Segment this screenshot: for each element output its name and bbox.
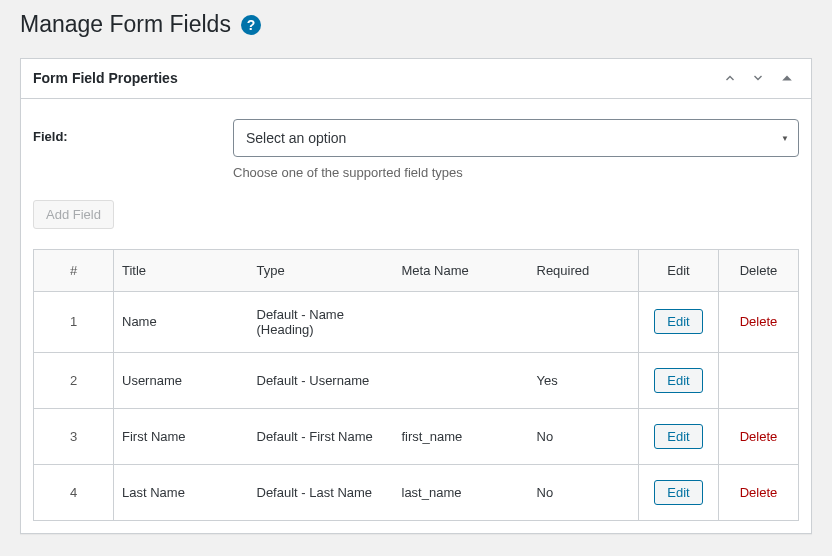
delete-link[interactable]: Delete	[740, 429, 778, 444]
table-header-row: # Title Type Meta Name Required Edit Del…	[34, 249, 799, 291]
cell-delete	[719, 352, 799, 408]
add-field-button: Add Field	[33, 200, 114, 229]
cell-type: Default - First Name	[249, 408, 394, 464]
move-down-button[interactable]	[747, 67, 769, 89]
th-meta: Meta Name	[394, 249, 529, 291]
panel-body: Field: Select an option ▼ Choose one of …	[21, 99, 811, 533]
edit-button[interactable]: Edit	[654, 424, 702, 449]
form-field-properties-panel: Form Field Properties Field:	[20, 58, 812, 534]
cell-edit: Edit	[639, 408, 719, 464]
delete-link[interactable]: Delete	[740, 314, 778, 329]
cell-delete: Delete	[719, 291, 799, 352]
field-type-description: Choose one of the supported field types	[233, 165, 799, 180]
cell-title: First Name	[114, 408, 249, 464]
cell-meta: first_name	[394, 408, 529, 464]
cell-meta	[394, 291, 529, 352]
table-row: 4Last NameDefault - Last Namelast_nameNo…	[34, 464, 799, 520]
cell-required: No	[529, 408, 639, 464]
move-up-button[interactable]	[719, 67, 741, 89]
field-type-select[interactable]: Select an option	[233, 119, 799, 157]
cell-delete: Delete	[719, 464, 799, 520]
fields-table: # Title Type Meta Name Required Edit Del…	[33, 249, 799, 521]
cell-edit: Edit	[639, 352, 719, 408]
panel-title: Form Field Properties	[33, 70, 178, 86]
th-title: Title	[114, 249, 249, 291]
th-edit: Edit	[639, 249, 719, 291]
cell-edit: Edit	[639, 291, 719, 352]
panel-handle-actions	[719, 66, 799, 90]
cell-index: 3	[34, 408, 114, 464]
panel-header: Form Field Properties	[21, 59, 811, 99]
help-icon[interactable]: ?	[241, 15, 261, 35]
cell-meta	[394, 352, 529, 408]
th-type: Type	[249, 249, 394, 291]
cell-index: 1	[34, 291, 114, 352]
table-row: 3First NameDefault - First Namefirst_nam…	[34, 408, 799, 464]
cell-index: 2	[34, 352, 114, 408]
cell-index: 4	[34, 464, 114, 520]
edit-button[interactable]: Edit	[654, 480, 702, 505]
cell-title: Name	[114, 291, 249, 352]
th-delete: Delete	[719, 249, 799, 291]
toggle-panel-button[interactable]	[775, 66, 799, 90]
cell-meta: last_name	[394, 464, 529, 520]
table-row: 2UsernameDefault - UsernameYesEdit	[34, 352, 799, 408]
cell-title: Username	[114, 352, 249, 408]
cell-title: Last Name	[114, 464, 249, 520]
field-type-row: Field: Select an option ▼ Choose one of …	[33, 119, 799, 180]
field-type-select-value: Select an option	[246, 130, 346, 146]
cell-delete: Delete	[719, 408, 799, 464]
cell-type: Default - Name (Heading)	[249, 291, 394, 352]
delete-link[interactable]: Delete	[740, 485, 778, 500]
table-row: 1NameDefault - Name (Heading)EditDelete	[34, 291, 799, 352]
cell-required: Yes	[529, 352, 639, 408]
edit-button[interactable]: Edit	[654, 368, 702, 393]
cell-edit: Edit	[639, 464, 719, 520]
th-required: Required	[529, 249, 639, 291]
cell-type: Default - Username	[249, 352, 394, 408]
cell-type: Default - Last Name	[249, 464, 394, 520]
page-title: Manage Form Fields	[20, 10, 231, 40]
cell-required	[529, 291, 639, 352]
field-label: Field:	[33, 119, 233, 144]
page-heading: Manage Form Fields ?	[20, 10, 812, 40]
th-index: #	[34, 249, 114, 291]
edit-button[interactable]: Edit	[654, 309, 702, 334]
cell-required: No	[529, 464, 639, 520]
